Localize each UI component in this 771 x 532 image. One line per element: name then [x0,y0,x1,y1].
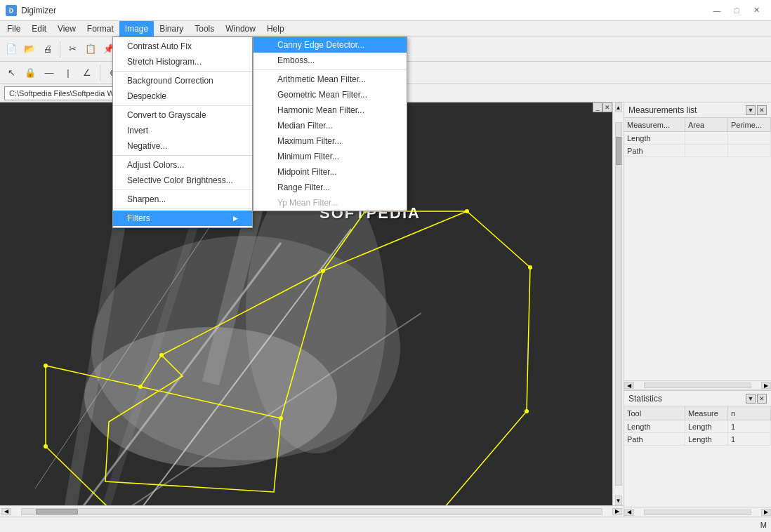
menu-view[interactable]: View [52,21,81,36]
right-hscroll[interactable]: ◀ ▶ [624,380,771,390]
menu-filters[interactable]: Filters [113,211,252,226]
image-vscroll[interactable]: ▲ ▼ [612,102,624,505]
col-perimeter: Perime... [728,118,771,131]
hscroll-left[interactable]: ◀ [1,508,11,515]
maximize-button[interactable]: □ [727,4,746,18]
right-panel: Measurements list ▼ ✕ Measurem... Area P… [624,102,771,517]
submenu-emboss[interactable]: Emboss... [253,53,407,68]
menu-window[interactable]: Window [220,21,261,36]
menu-tools[interactable]: Tools [189,21,220,36]
measurement-row-0: Length [624,132,771,145]
menu-stretch-histogram[interactable]: Stretch Histogram... [113,54,252,69]
right-hscroll-left[interactable]: ◀ [624,382,634,389]
mrow0-area [685,132,728,144]
menu-sharpen[interactable]: Sharpen... [113,192,252,207]
right-hscroll-right[interactable]: ▶ [761,382,771,389]
menu-help[interactable]: Help [261,21,290,36]
submenu-separator [253,69,407,70]
hscroll[interactable]: ◀ ▶ [0,505,624,517]
submenu-canny-edge[interactable]: Canny Edge Detector... [253,37,407,53]
measurements-table: Measurem... Area Perime... Length Path [624,118,771,380]
stats-col-measure: Measure [685,406,728,420]
menu-despeckle[interactable]: Despeckle [113,88,252,104]
stats-row-1: Path Length 1 [624,433,771,446]
right-hscroll-track[interactable] [644,383,751,388]
image-menu-section-6: Filters [113,209,252,227]
mrow1-area [685,145,728,157]
stats-row1-measure: Length [685,433,728,445]
measurements-close[interactable]: ✕ [757,105,767,115]
statistics-controls: ▼ ✕ [746,394,767,404]
arrow-tool[interactable]: ↖ [3,65,20,81]
stats-row0-measure: Length [685,420,728,432]
statusbar: M [0,517,771,532]
titlebar: D Digimizer — □ ✕ [0,0,771,21]
submenu-range[interactable]: Range Filter... [253,180,407,195]
open-button[interactable]: 📂 [21,41,38,58]
menu-format[interactable]: Format [81,21,119,36]
app-icon: D [6,5,17,16]
menu-contrast-auto-fix[interactable]: Contrast Auto Fix [113,39,252,54]
menu-invert[interactable]: Invert [113,123,252,138]
vscroll-track[interactable] [615,122,622,486]
menu-adjust-colors[interactable]: Adjust Colors... [113,157,252,173]
submenu-maximum[interactable]: Maximum Filter... [253,133,407,149]
stats-hscroll-right[interactable]: ▶ [761,509,771,516]
stats-hscroll-left[interactable]: ◀ [624,509,634,516]
col-area: Area [685,118,728,131]
mrow1-perimeter [728,145,771,157]
statistics-title: Statistics [628,394,662,404]
measurements-header: Measurements list ▼ ✕ [624,102,771,118]
measurements-options[interactable]: ▼ [746,105,756,115]
titlebar-left: D Digimizer [6,5,56,16]
lock-tool[interactable]: 🔒 [22,65,39,81]
menubar: File Edit View Format Image Binary Tools… [0,21,771,36]
mrow0-perimeter [728,132,771,144]
submenu-yp-mean[interactable]: Yp Mean Filter... [253,195,407,211]
ruler-h-tool[interactable]: — [41,65,58,81]
filters-submenu: Canny Edge Detector... Emboss... Arithme… [253,36,407,211]
vscroll-down[interactable]: ▼ [615,496,622,505]
statistics-close[interactable]: ✕ [757,394,767,404]
image-menu-section-4: Adjust Colors... Selective Color Brightn… [113,156,252,190]
copy-button[interactable]: 📋 [82,41,99,58]
menu-background-correction[interactable]: Background Correction [113,73,252,88]
cut-button[interactable]: ✂ [64,41,81,58]
toolbar-separator-1 [60,41,60,58]
angle-tool[interactable]: ∠ [79,65,95,81]
menu-negative[interactable]: Negative... [113,138,252,154]
submenu-geometric-mean[interactable]: Geometric Mean Filter... [253,87,407,102]
menu-edit[interactable]: Edit [26,21,52,36]
vscroll-thumb[interactable] [616,137,621,165]
print-button[interactable]: 🖨 [39,41,56,58]
new-button[interactable]: 📄 [3,41,20,58]
stats-row0-tool: Length [624,420,685,432]
minimize-button[interactable]: — [708,4,726,18]
menu-selective-color[interactable]: Selective Color Brightness... [113,173,252,188]
submenu-arithmetic-mean[interactable]: Arithmetic Mean Filter... [253,72,407,87]
submenu-median[interactable]: Median Filter... [253,118,407,133]
stats-hscroll-track[interactable] [644,510,751,515]
menu-binary[interactable]: Binary [154,21,189,36]
stats-hscroll[interactable]: ◀ ▶ [624,507,771,517]
image-panel-close[interactable]: ✕ [602,102,612,112]
menu-file[interactable]: File [1,21,26,36]
close-button[interactable]: ✕ [747,4,765,18]
toolbar2-sep [100,65,100,81]
hscroll-track[interactable] [21,508,602,515]
submenu-midpoint[interactable]: Midpoint Filter... [253,164,407,180]
stats-row0-n: 1 [728,420,771,432]
measurements-controls: ▼ ✕ [746,105,767,115]
menu-image[interactable]: Image [119,21,154,36]
app-title: Digimizer [21,6,56,15]
submenu-harmonic-mean[interactable]: Harmonic Mean Filter... [253,102,407,118]
ruler-v-tool[interactable]: | [60,65,77,81]
menu-convert-grayscale[interactable]: Convert to Grayscale [113,107,252,123]
image-panel-minimize[interactable]: _ [593,102,602,112]
statistics-panel: Statistics ▼ ✕ Tool Measure n Length Len… [624,390,771,517]
submenu-minimum[interactable]: Minimum Filter... [253,149,407,164]
hscroll-right[interactable]: ▶ [612,508,622,515]
vscroll-up[interactable]: ▲ [615,102,622,112]
statistics-options[interactable]: ▼ [746,394,756,404]
hscroll-thumb[interactable] [36,509,78,514]
